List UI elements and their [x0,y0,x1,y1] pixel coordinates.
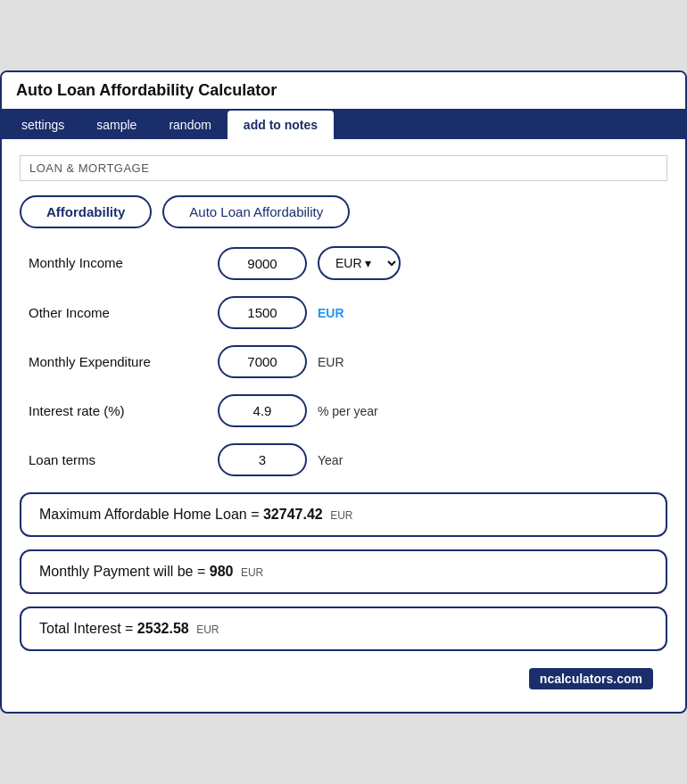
brand-label: ncalculators.com [529,668,653,689]
nav-bar: settings sample random add to notes [2,111,685,139]
result-unit-total-interest: EUR [196,623,219,636]
nav-item-add-to-notes[interactable]: add to notes [228,111,334,139]
monthly-income-input[interactable] [218,247,307,280]
nav-item-settings[interactable]: settings [5,111,80,139]
result-label-max-loan: Maximum Affordable Home Loan [39,507,247,522]
result-value-max-loan: 32747.42 [263,507,323,522]
nav-item-sample[interactable]: sample [80,111,153,139]
tab-affordability[interactable]: Affordability [20,195,152,228]
fields-area: Monthly Income EUR ▾ USD GBP Other Incom… [20,246,667,476]
monthly-expenditure-unit: EUR [318,355,344,369]
result-operator-monthly-payment: = [197,564,210,579]
field-label-loan-terms: Loan terms [29,451,207,469]
result-box-monthly-payment: Monthly Payment will be = 980 EUR [20,549,667,594]
result-value-monthly-payment: 980 [210,564,234,579]
result-unit-max-loan: EUR [330,509,352,522]
result-unit-monthly-payment: EUR [241,566,263,579]
page-title: Auto Loan Affordability Calculator [16,81,671,100]
field-row-interest-rate: Interest rate (%) % per year [29,394,658,427]
other-income-input[interactable] [218,296,307,329]
interest-rate-unit: % per year [318,404,378,418]
other-income-unit: EUR [318,306,344,320]
field-label-monthly-income: Monthly Income [29,254,207,272]
footer-brand: ncalculators.com [20,664,667,694]
nav-item-random[interactable]: random [153,111,227,139]
monthly-expenditure-input[interactable] [218,345,307,378]
result-operator-total-interest: = [125,621,137,636]
result-label-monthly-payment: Monthly Payment will be [39,564,194,579]
result-value-total-interest: 2532.58 [137,621,189,636]
field-row-other-income: Other Income EUR [29,296,658,329]
result-box-total-interest: Total Interest = 2532.58 EUR [20,607,667,651]
loan-terms-input[interactable] [218,443,307,476]
main-content: LOAN & MORTGAGE Affordability Auto Loan … [2,139,685,712]
tab-auto-loan-affordability[interactable]: Auto Loan Affordability [162,195,350,228]
result-operator-max-loan: = [251,507,263,522]
interest-rate-input[interactable] [218,394,307,427]
currency-select[interactable]: EUR ▾ USD GBP [318,246,401,280]
field-label-monthly-expenditure: Monthly Expenditure [29,353,207,371]
result-box-max-loan: Maximum Affordable Home Loan = 32747.42 … [20,492,667,537]
calculator-container: Auto Loan Affordability Calculator setti… [0,70,687,714]
field-label-interest-rate: Interest rate (%) [29,402,207,420]
title-bar: Auto Loan Affordability Calculator [2,72,685,111]
result-label-total-interest: Total Interest [39,621,121,636]
field-row-monthly-expenditure: Monthly Expenditure EUR [29,345,658,378]
field-row-monthly-income: Monthly Income EUR ▾ USD GBP [29,246,658,280]
field-row-loan-terms: Loan terms Year [29,443,658,476]
section-label: LOAN & MORTGAGE [20,155,667,181]
field-label-other-income: Other Income [29,304,207,322]
tab-row: Affordability Auto Loan Affordability [20,195,667,228]
loan-terms-unit: Year [318,453,343,467]
